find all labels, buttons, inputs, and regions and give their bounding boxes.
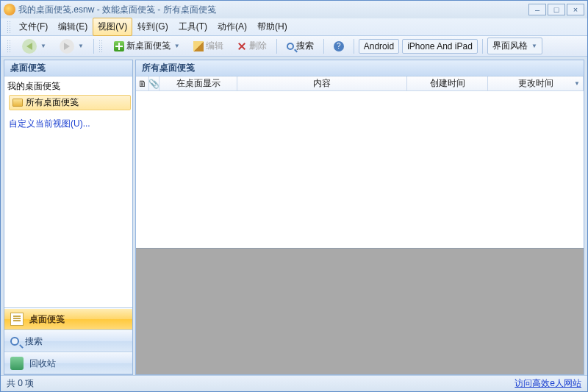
nav-stack: 桌面便笺 搜索 回收站	[4, 307, 132, 374]
nav-search-label: 搜索	[25, 335, 43, 348]
toolbar: ▼ ▼ 新桌面便笺▼ 编辑 删除 搜索 ? Android iPhone And…	[1, 36, 587, 57]
note-icon	[10, 313, 24, 326]
nav-search[interactable]: 搜索	[4, 330, 132, 352]
tree-view[interactable]: 我的桌面便笺 所有桌面便笺 自定义当前视图(U)...	[4, 76, 132, 307]
menubar: 文件(F) 编辑(E) 视图(V) 转到(G) 工具(T) 动作(A) 帮助(H…	[1, 18, 587, 36]
col-created[interactable]: 创建时间	[407, 76, 488, 90]
col-modified[interactable]: 更改时间▼	[488, 76, 584, 90]
col-content[interactable]: 内容	[237, 76, 407, 90]
edit-button[interactable]: 编辑	[188, 38, 229, 54]
col-show-on-desktop[interactable]: 在桌面显示	[159, 76, 237, 90]
menu-tools[interactable]: 工具(T)	[173, 18, 212, 36]
tree-root[interactable]: 我的桌面便笺	[6, 79, 131, 93]
sidebar-header: 桌面便笺	[4, 60, 132, 76]
status-count: 共 0 项	[7, 377, 34, 390]
plus-icon	[114, 41, 124, 51]
customize-view-link[interactable]: 自定义当前视图(U)...	[6, 116, 131, 132]
col-modified-label: 更改时间	[518, 77, 553, 90]
tree-item-label: 所有桌面便笺	[26, 96, 79, 109]
menu-goto[interactable]: 转到(G)	[132, 18, 173, 36]
search-label: 搜索	[296, 40, 314, 52]
help-button[interactable]: ?	[329, 39, 349, 54]
menubar-grip-icon	[7, 21, 11, 34]
search-button[interactable]: 搜索	[282, 38, 319, 54]
separator	[276, 39, 277, 54]
back-button[interactable]: ▼	[17, 37, 51, 56]
toolbar-grip-icon	[98, 40, 103, 53]
help-icon: ?	[334, 41, 344, 51]
separator	[354, 39, 354, 54]
nav-notes[interactable]: 桌面便笺	[4, 308, 132, 330]
separator	[482, 39, 483, 54]
delete-icon	[237, 41, 247, 51]
menu-view[interactable]: 视图(V)	[93, 18, 132, 36]
grid-body[interactable]	[136, 91, 584, 248]
edit-label: 编辑	[206, 40, 223, 52]
menu-file[interactable]: 文件(F)	[14, 18, 53, 36]
app-window: 我的桌面便笺.esnw - 效能桌面便笺 - 所有桌面便笺 – □ × 文件(F…	[0, 0, 588, 392]
separator	[323, 39, 324, 54]
new-note-label: 新桌面便笺	[126, 40, 171, 52]
menu-help[interactable]: 帮助(H)	[252, 18, 293, 36]
style-label: 界面风格	[492, 40, 528, 52]
search-icon	[287, 43, 294, 50]
website-link[interactable]: 访问高效e人网站	[514, 377, 581, 390]
sidebar: 桌面便笺 我的桌面便笺 所有桌面便笺 自定义当前视图(U)... 桌面便笺 搜索	[4, 60, 133, 375]
delete-button[interactable]: 删除	[232, 38, 272, 54]
back-icon	[26, 43, 32, 50]
iphone-button[interactable]: iPhone And iPad	[402, 39, 478, 54]
app-icon	[4, 4, 15, 15]
preview-pane	[136, 248, 584, 374]
col-doc-icon[interactable]: 🗎	[136, 76, 149, 90]
body-area: 桌面便笺 我的桌面便笺 所有桌面便笺 自定义当前视图(U)... 桌面便笺 搜索	[1, 57, 587, 375]
tree-item-all-notes[interactable]: 所有桌面便笺	[9, 95, 131, 110]
android-button[interactable]: Android	[359, 39, 399, 54]
window-controls: – □ ×	[528, 4, 584, 15]
nav-recycle-label: 回收站	[29, 357, 56, 370]
search-icon	[10, 337, 19, 346]
toolbar-grip-icon	[7, 40, 11, 53]
minimize-button[interactable]: –	[528, 4, 546, 15]
main-panel: 所有桌面便笺 🗎 📎 在桌面显示 内容 创建时间 更改时间▼	[135, 60, 584, 375]
forward-icon	[64, 43, 70, 50]
separator	[93, 39, 94, 54]
col-attach-icon[interactable]: 📎	[149, 76, 159, 90]
grid-header: 🗎 📎 在桌面显示 内容 创建时间 更改时间▼	[136, 76, 584, 91]
titlebar: 我的桌面便笺.esnw - 效能桌面便笺 - 所有桌面便笺 – □ ×	[1, 1, 587, 18]
menu-action[interactable]: 动作(A)	[212, 18, 252, 36]
style-button[interactable]: 界面风格▼	[487, 38, 542, 54]
recycle-icon	[10, 357, 24, 370]
window-title: 我的桌面便笺.esnw - 效能桌面便笺 - 所有桌面便笺	[18, 4, 528, 16]
menu-edit[interactable]: 编辑(E)	[53, 18, 93, 36]
delete-label: 删除	[249, 40, 267, 52]
sort-desc-icon: ▼	[574, 80, 580, 87]
nav-notes-label: 桌面便笺	[29, 313, 65, 326]
close-button[interactable]: ×	[567, 4, 584, 15]
maximize-button[interactable]: □	[548, 4, 565, 15]
forward-button[interactable]: ▼	[54, 37, 89, 56]
statusbar: 共 0 项 访问高效e人网站	[1, 375, 587, 391]
folder-icon	[12, 99, 23, 107]
nav-recycle[interactable]: 回收站	[4, 352, 132, 374]
new-note-button[interactable]: 新桌面便笺▼	[109, 38, 185, 54]
edit-icon	[193, 41, 204, 51]
main-header: 所有桌面便笺	[136, 60, 584, 76]
